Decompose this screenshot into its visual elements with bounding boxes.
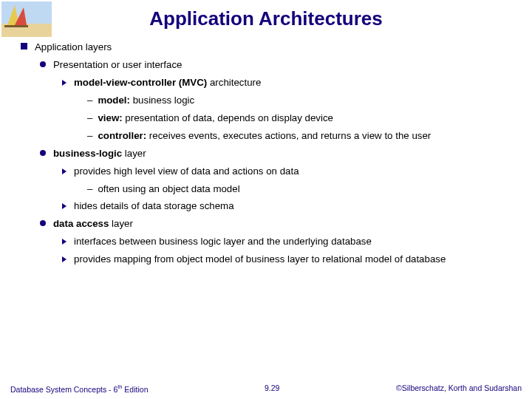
- list-item: – often using an object data model: [87, 183, 517, 196]
- slide-thumbnail: [1, 1, 52, 37]
- text: model: business logic: [98, 94, 194, 107]
- list-item: Application layers: [21, 41, 517, 54]
- dash-bullet-icon: –: [87, 129, 92, 143]
- text: provides high level view of data and act…: [74, 165, 299, 178]
- footer-right: ©Silberschatz, Korth and Sudarshan: [396, 383, 522, 394]
- dot-bullet-icon: [40, 220, 46, 226]
- list-item: business-logic layer: [40, 147, 517, 160]
- list-item: provides mapping from object model of bu…: [62, 253, 517, 266]
- list-item: provides high level view of data and act…: [62, 165, 517, 178]
- triangle-bullet-icon: [62, 203, 66, 209]
- dash-bullet-icon: –: [87, 183, 92, 196]
- text: model-view-controller (MVC) architecture: [74, 76, 261, 89]
- list-item: – controller: receives events, executes …: [87, 129, 517, 143]
- text: hides details of data storage schema: [74, 200, 234, 213]
- list-item: data access layer: [40, 217, 517, 231]
- list-item: interfaces between business logic layer …: [62, 235, 517, 248]
- text: business-logic layer: [53, 147, 146, 160]
- list-item: – model: business logic: [87, 94, 517, 107]
- svg-rect-0: [1, 1, 52, 24]
- list-item: Presentation or user interface: [40, 58, 517, 72]
- footer-left: Database System Concepts - 6th Edition: [10, 383, 148, 394]
- list-item: model-view-controller (MVC) architecture: [62, 76, 517, 89]
- list-item: hides details of data storage schema: [62, 200, 517, 213]
- text: Application layers: [35, 41, 112, 54]
- text: provides mapping from object model of bu…: [74, 253, 446, 266]
- dot-bullet-icon: [40, 61, 46, 67]
- text: often using an object data model: [98, 183, 239, 196]
- slide-footer: Database System Concepts - 6th Edition 9…: [0, 383, 532, 394]
- svg-rect-4: [4, 25, 28, 27]
- triangle-bullet-icon: [62, 239, 66, 245]
- triangle-bullet-icon: [62, 168, 66, 174]
- dash-bullet-icon: –: [87, 94, 92, 107]
- dash-bullet-icon: –: [87, 112, 92, 125]
- slide-body: Application layers Presentation or user …: [0, 41, 532, 266]
- square-bullet-icon: [21, 43, 27, 50]
- footer-center: 9.29: [265, 383, 279, 394]
- triangle-bullet-icon: [62, 80, 66, 86]
- list-item: – view: presentation of data, depends on…: [87, 112, 517, 125]
- text: view: presentation of data, depends on d…: [98, 112, 333, 125]
- triangle-bullet-icon: [62, 256, 66, 262]
- dot-bullet-icon: [40, 150, 46, 156]
- text: Presentation or user interface: [53, 58, 182, 72]
- slide-title: Application Architectures: [0, 0, 532, 36]
- text: data access layer: [53, 217, 133, 231]
- text: controller: receives events, executes ac…: [98, 129, 431, 143]
- text: interfaces between business logic layer …: [74, 235, 372, 248]
